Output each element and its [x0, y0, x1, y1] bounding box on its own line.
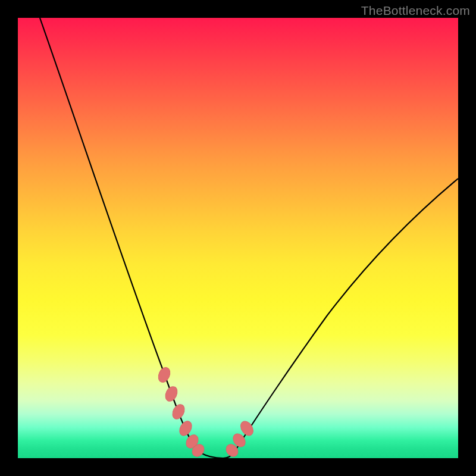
svg-point-2: [170, 402, 187, 421]
curve-svg: [18, 18, 458, 458]
watermark-text: TheBottleneck.com: [361, 4, 470, 18]
highlight-dots: [156, 365, 255, 458]
plot-area: [18, 18, 458, 458]
bottleneck-curve: [40, 18, 458, 458]
svg-point-1: [163, 384, 180, 403]
chart-frame: TheBottleneck.com: [0, 0, 476, 476]
svg-point-0: [156, 365, 172, 384]
svg-point-3: [177, 419, 195, 438]
